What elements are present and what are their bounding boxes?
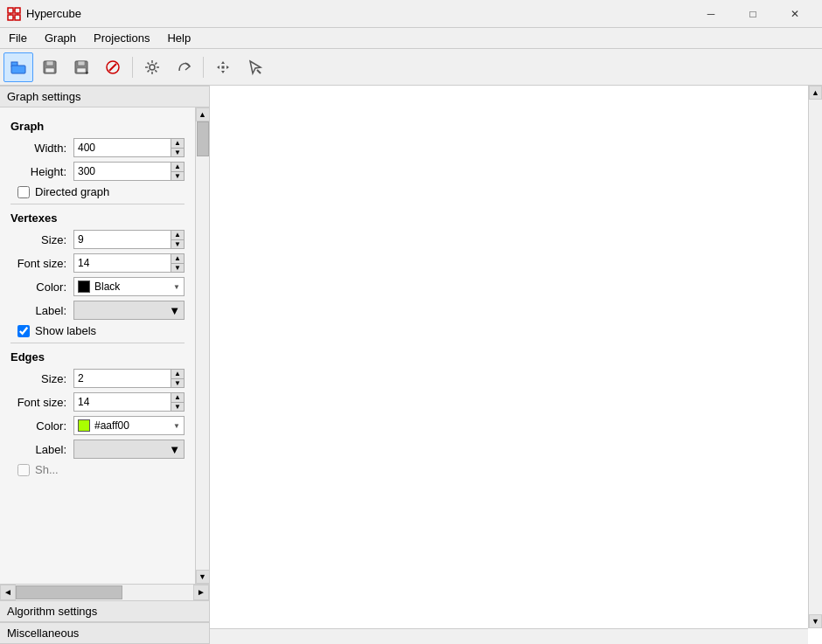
canvas-vscroll-up[interactable]: ▲: [809, 86, 822, 100]
vertex-size-btns: ▲ ▼: [171, 230, 185, 249]
height-spin-up[interactable]: ▲: [171, 162, 185, 171]
width-spin-up[interactable]: ▲: [171, 138, 185, 148]
edge-size-down[interactable]: ▼: [171, 378, 185, 388]
main-layout: Graph settings Graph Width: ▲ ▼: [0, 86, 822, 644]
vertexes-group-title: Vertexes: [10, 211, 185, 225]
maximize-button[interactable]: □: [733, 1, 773, 27]
canvas-vscroll: ▲ ▼: [808, 86, 822, 628]
height-input[interactable]: [73, 162, 171, 181]
svg-line-21: [257, 70, 261, 73]
divider-2: [10, 343, 185, 343]
menu-file[interactable]: File: [0, 28, 36, 48]
menu-projections[interactable]: Projections: [85, 28, 158, 48]
menu-bar: File Graph Projections Help: [0, 28, 822, 49]
width-spin-down[interactable]: ▼: [171, 148, 185, 157]
vertex-color-dropdown[interactable]: Black ▼: [73, 277, 185, 296]
edges-group-title: Edges: [10, 350, 185, 364]
edge-color-arrow: ▼: [173, 422, 180, 430]
close-button[interactable]: ✕: [775, 1, 815, 27]
move-button[interactable]: [208, 52, 238, 82]
vscroll-thumb[interactable]: [197, 121, 209, 156]
toolbar-sep-2: [203, 57, 204, 78]
toolbar: +: [0, 49, 822, 86]
vscroll-up-btn[interactable]: ▲: [196, 107, 210, 121]
menu-help[interactable]: Help: [158, 28, 199, 48]
height-label: Height:: [10, 165, 73, 178]
title-bar: Hypercube ─ □ ✕: [0, 0, 822, 28]
canvas-vscroll-track: [809, 100, 822, 614]
canvas-vscroll-down[interactable]: ▼: [809, 614, 822, 628]
svg-rect-9: [11, 66, 25, 73]
edge-size-btns: ▲ ▼: [171, 369, 185, 388]
edge-label-dropdown[interactable]: ▼: [73, 440, 185, 459]
settings-scroll-row: Graph Width: ▲ ▼ Height:: [0, 107, 209, 584]
vertex-size-up[interactable]: ▲: [171, 230, 185, 239]
vertex-size-label: Size:: [10, 233, 73, 246]
edge-fontsize-btns: ▲ ▼: [171, 392, 185, 412]
vertex-show-labels-checkbox[interactable]: [17, 325, 30, 337]
toolbar-sep-1: [132, 57, 133, 78]
vertex-label-label: Label:: [10, 304, 73, 317]
vscroll-down-btn[interactable]: ▼: [196, 570, 210, 584]
open-button[interactable]: [3, 52, 33, 82]
graph-group-title: Graph: [10, 120, 185, 133]
edge-label-row: Label: ▼: [10, 440, 185, 459]
edge-label-arrow: ▼: [169, 443, 180, 456]
canvas-area[interactable]: ▲ ▼: [210, 86, 822, 644]
vertex-label-dropdown[interactable]: ▼: [73, 301, 185, 320]
directed-graph-checkbox[interactable]: [17, 186, 30, 198]
vertex-fontsize-label: Font size:: [10, 257, 73, 270]
height-spin-down[interactable]: ▼: [171, 171, 185, 181]
vertex-color-label: Color:: [10, 280, 73, 294]
vertex-size-down[interactable]: ▼: [171, 239, 185, 249]
width-input[interactable]: [73, 138, 171, 157]
hscroll-thumb[interactable]: [16, 585, 122, 599]
vertex-color-swatch: [78, 280, 90, 293]
vertex-show-labels-row: Show labels: [17, 324, 185, 337]
vertex-label-arrow: ▼: [169, 304, 180, 317]
panel-inner: Graph Width: ▲ ▼ Height:: [0, 107, 195, 486]
vertex-color-value: Black: [94, 280, 169, 293]
edge-size-label: Size:: [10, 372, 73, 385]
svg-rect-0: [8, 8, 13, 13]
svg-rect-20: [222, 66, 225, 68]
edge-size-up[interactable]: ▲: [171, 369, 185, 378]
edge-show-labels-row: Sh...: [17, 463, 185, 476]
algorithm-settings-label: Algorithm settings: [7, 605, 97, 618]
algorithm-settings-header[interactable]: Algorithm settings: [0, 600, 209, 622]
hscroll-track: [16, 585, 193, 600]
vertex-fontsize-down[interactable]: ▼: [171, 263, 185, 273]
save-button[interactable]: [35, 52, 65, 82]
settings-button[interactable]: [137, 52, 167, 82]
vertex-fontsize-row: Font size: ▲ ▼: [10, 253, 185, 273]
vertex-size-input[interactable]: [73, 230, 171, 249]
save-as-button[interactable]: +: [66, 52, 96, 82]
vertex-fontsize-input[interactable]: [73, 253, 171, 273]
vertex-fontsize-up[interactable]: ▲: [171, 253, 185, 263]
edge-color-dropdown[interactable]: #aaff00 ▼: [73, 416, 185, 435]
vscroll-track: [196, 121, 210, 570]
edge-show-labels-checkbox[interactable]: [17, 464, 30, 476]
svg-rect-14: [78, 61, 85, 66]
edge-fontsize-down[interactable]: ▼: [171, 402, 185, 412]
menu-graph[interactable]: Graph: [36, 28, 85, 48]
select-button[interactable]: [240, 52, 269, 82]
edge-fontsize-up[interactable]: ▲: [171, 392, 185, 402]
hscroll-left-btn[interactable]: ◄: [0, 585, 16, 600]
redo-button[interactable]: [169, 52, 199, 82]
edge-size-input[interactable]: [73, 369, 171, 388]
stop-button[interactable]: [98, 52, 128, 82]
minimize-button[interactable]: ─: [691, 1, 731, 27]
vertex-color-row: Color: Black ▼: [10, 277, 185, 296]
edge-fontsize-input[interactable]: [73, 392, 171, 412]
edge-color-swatch: [78, 419, 90, 432]
width-spinbox: ▲ ▼: [73, 138, 185, 157]
miscellaneous-header[interactable]: Miscellaneous: [0, 622, 209, 644]
svg-rect-12: [45, 68, 54, 73]
hscroll-right-btn[interactable]: ►: [193, 585, 209, 600]
svg-rect-11: [46, 61, 53, 66]
graph-settings-header[interactable]: Graph settings: [0, 86, 209, 107]
edge-label-label: Label:: [10, 443, 73, 456]
miscellaneous-label: Miscellaneous: [7, 627, 79, 640]
window-controls: ─ □ ✕: [691, 1, 815, 27]
